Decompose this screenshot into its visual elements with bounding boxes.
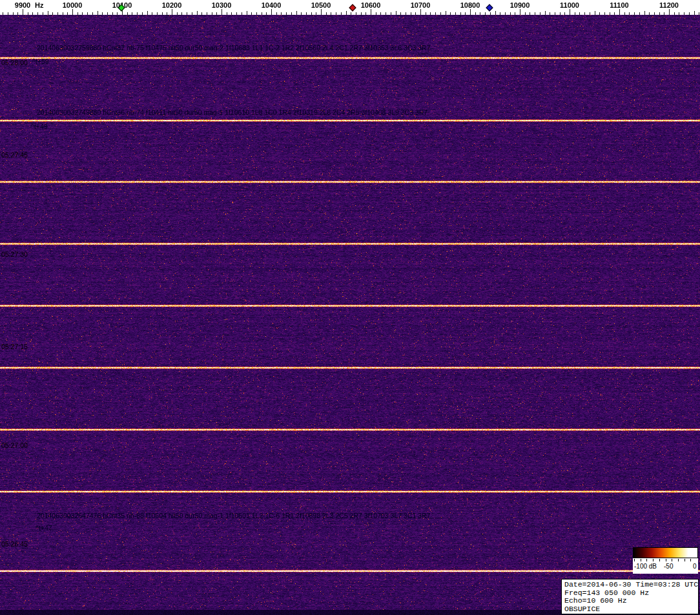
frequency-tick-label: 10700 bbox=[411, 1, 431, 9]
waterfall-display[interactable] bbox=[0, 15, 700, 615]
db-scale-label-0: -100 dB bbox=[634, 563, 657, 570]
frequency-tick-label: 10600 bbox=[361, 1, 381, 9]
frequency-tick-label: 10500 bbox=[311, 1, 331, 9]
frequency-tick-label: 11100 bbox=[610, 1, 628, 9]
db-scale-label-2: 0 bbox=[693, 563, 697, 570]
db-scale-label-1: -50 bbox=[664, 563, 673, 570]
frequency-ruler[interactable]: Hz 9900100001010010200103001040010500106… bbox=[0, 0, 700, 15]
frequency-tick-label: 10200 bbox=[162, 1, 182, 9]
frequency-tick-label: 10300 bbox=[212, 1, 232, 9]
status-line-date: Date=2014-06-30 Time=03:28 UTC bbox=[564, 581, 695, 589]
frequency-tick-label: 9900 bbox=[15, 1, 30, 9]
frequency-tick-label: 11200 bbox=[659, 1, 679, 9]
frequency-tick-label: 10800 bbox=[460, 1, 480, 9]
frequency-tick-label: 10000 bbox=[63, 1, 83, 9]
meteor-spectrogram-app: 05:28:0005:27:4505:27:3005:27:1505:27:00… bbox=[0, 0, 700, 615]
db-gradient-bar bbox=[633, 547, 698, 558]
status-line-echo: Echo=10 600 Hz bbox=[564, 597, 695, 605]
frequency-tick-label: 10400 bbox=[262, 1, 282, 9]
frequency-unit-label: Hz bbox=[35, 1, 43, 9]
frequency-tick-label: 10900 bbox=[510, 1, 530, 9]
db-colorbar: -100 dB-500 bbox=[633, 547, 698, 574]
status-info-box: Date=2014-06-30 Time=03:28 UTC Freq=143 … bbox=[561, 579, 699, 614]
status-line-station: OBSUPICE bbox=[564, 605, 695, 614]
db-scale-ticks bbox=[634, 559, 697, 561]
frequency-tick-label: 11000 bbox=[560, 1, 579, 9]
